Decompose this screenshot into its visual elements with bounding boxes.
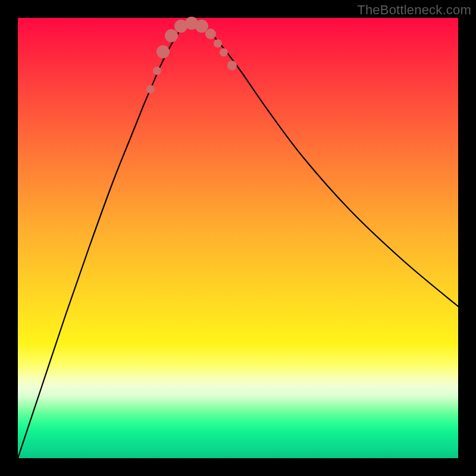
- chart-marker: [220, 48, 228, 57]
- chart-markers: [146, 17, 237, 93]
- chart-marker: [146, 85, 155, 93]
- chart-marker: [153, 67, 161, 75]
- chart-marker: [195, 20, 208, 33]
- watermark-text: TheBottleneck.com: [357, 2, 471, 18]
- chart-marker: [165, 29, 178, 42]
- bottleneck-curve-path: [18, 23, 458, 458]
- chart-marker: [227, 61, 237, 70]
- chart-marker: [214, 39, 222, 48]
- chart-svg: [18, 18, 458, 458]
- chart-marker: [156, 45, 170, 58]
- chart-marker: [205, 29, 216, 39]
